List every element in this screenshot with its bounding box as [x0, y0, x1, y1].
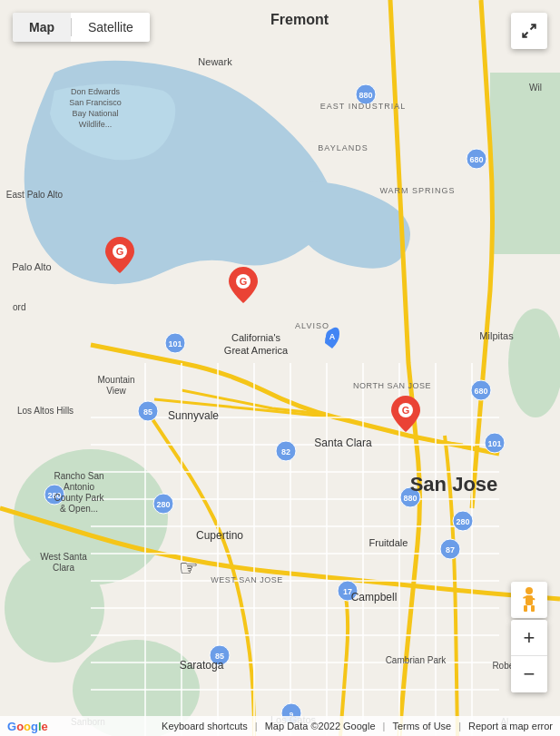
zoom-out-button[interactable]: −: [511, 656, 547, 692]
svg-text:A: A: [329, 332, 336, 341]
svg-text:G: G: [116, 246, 124, 257]
google-marker-1[interactable]: G: [105, 237, 134, 277]
svg-text:101: 101: [487, 439, 501, 448]
svg-text:Wil: Wil: [529, 83, 542, 93]
svg-text:Milpitas: Milpitas: [479, 330, 514, 341]
google-marker-2[interactable]: G: [229, 267, 258, 307]
svg-text:Newark: Newark: [198, 56, 232, 67]
fullscreen-button[interactable]: [511, 13, 547, 49]
svg-text:Great America: Great America: [224, 345, 289, 356]
svg-text:Rancho San: Rancho San: [54, 471, 103, 481]
google-marker-3[interactable]: G: [391, 396, 420, 436]
zoom-in-button[interactable]: +: [511, 620, 547, 656]
report-error-link[interactable]: Report a map error: [468, 721, 553, 731]
bottom-links: Keyboard shortcuts | Map Data ©2022 Goog…: [162, 721, 553, 731]
svg-text:280: 280: [456, 517, 469, 526]
svg-text:EAST INDUSTRIAL: EAST INDUSTRIAL: [320, 102, 406, 111]
svg-text:Saratoga: Saratoga: [180, 659, 224, 672]
svg-text:ALVISO: ALVISO: [295, 321, 329, 330]
svg-rect-110: [531, 605, 535, 612]
svg-text:880: 880: [359, 91, 372, 100]
svg-text:Bay National: Bay National: [72, 109, 118, 118]
svg-text:Sunnyvale: Sunnyvale: [168, 409, 219, 422]
svg-text:87: 87: [446, 545, 455, 554]
pegman-button[interactable]: [511, 582, 547, 618]
svg-point-107: [526, 587, 533, 594]
svg-text:85: 85: [143, 407, 152, 417]
svg-text:82: 82: [281, 447, 290, 456]
google-logo: G o o g l e: [7, 720, 48, 733]
svg-text:Antonio: Antonio: [64, 482, 94, 492]
svg-text:San Francisco: San Francisco: [69, 98, 122, 107]
svg-text:G: G: [240, 276, 248, 287]
svg-text:Campbell: Campbell: [351, 591, 398, 604]
svg-text:East Palo Alto: East Palo Alto: [6, 190, 64, 200]
svg-text:Wildlife...: Wildlife...: [79, 120, 113, 129]
svg-text:680: 680: [469, 155, 483, 164]
svg-text:Fremont: Fremont: [270, 12, 329, 27]
svg-rect-109: [524, 605, 527, 612]
svg-text:WARM SPRINGS: WARM SPRINGS: [379, 186, 455, 195]
svg-text:Don Edwards: Don Edwards: [71, 87, 121, 96]
svg-text:Palo Alto: Palo Alto: [12, 261, 51, 272]
map-container[interactable]: 880 680 680 880 101 101 82 85 85 2: [0, 0, 560, 736]
svg-text:NORTH SAN JOSE: NORTH SAN JOSE: [353, 381, 431, 390]
zoom-controls: + −: [511, 620, 547, 692]
bottom-bar: G o o g l e Keyboard shortcuts | Map Dat…: [0, 716, 560, 736]
svg-text:& Open...: & Open...: [60, 504, 98, 514]
keyboard-shortcuts-link[interactable]: Keyboard shortcuts: [162, 721, 248, 731]
svg-text:County Park: County Park: [54, 493, 104, 503]
svg-text:Mountain: Mountain: [97, 375, 134, 385]
map-view-button[interactable]: Map: [13, 13, 71, 42]
svg-text:West Santa: West Santa: [40, 552, 87, 562]
svg-text:ord: ord: [13, 302, 25, 312]
svg-text:280: 280: [156, 500, 170, 509]
svg-text:101: 101: [168, 339, 182, 348]
svg-text:Fruitdale: Fruitdale: [369, 537, 408, 548]
svg-text:Clara: Clara: [53, 563, 74, 573]
svg-text:WEST SAN JOSE: WEST SAN JOSE: [211, 575, 282, 584]
svg-rect-4: [490, 73, 560, 254]
map-type-controls: Map Satellite: [13, 13, 150, 42]
map-background: 880 680 680 880 101 101 82 85 85 2: [0, 0, 560, 736]
terms-of-use-link[interactable]: Terms of Use: [392, 721, 451, 731]
map-data-label: Map Data ©2022 Google: [265, 721, 376, 731]
svg-text:View: View: [106, 386, 126, 396]
satellite-view-button[interactable]: Satellite: [72, 13, 150, 42]
svg-text:San Jose: San Jose: [410, 473, 498, 496]
svg-text:California's: California's: [231, 332, 281, 343]
svg-text:Cupertino: Cupertino: [196, 529, 243, 542]
svg-text:G: G: [402, 405, 410, 416]
svg-text:Los Altos Hills: Los Altos Hills: [17, 406, 74, 416]
svg-text:Cambrian Park: Cambrian Park: [386, 655, 447, 665]
svg-text:BAYLANDS: BAYLANDS: [318, 143, 368, 152]
svg-text:680: 680: [474, 387, 487, 396]
svg-text:Santa Clara: Santa Clara: [314, 437, 372, 449]
